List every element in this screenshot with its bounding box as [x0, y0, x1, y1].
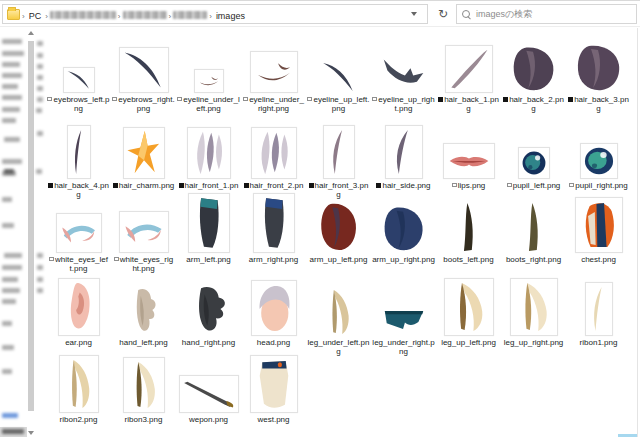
file-item[interactable]: hair_front_3.png [306, 119, 371, 200]
file-thumbnail[interactable] [250, 35, 298, 93]
file-item[interactable]: pupil_right.png [566, 119, 631, 200]
file-thumbnail[interactable] [56, 195, 102, 253]
file-name[interactable]: hair_back_1.png [437, 95, 500, 114]
breadcrumb-item-redacted[interactable] [123, 11, 167, 19]
file-name[interactable]: pupil_right.png [569, 181, 627, 190]
file-item[interactable]: eyeline_under_left.png [176, 35, 241, 114]
sidebar-selected-item[interactable] [0, 427, 27, 437]
sidebar-item-redacted[interactable] [2, 39, 22, 44]
file-thumbnail[interactable] [188, 195, 230, 253]
sidebar-item-redacted[interactable] [2, 73, 22, 78]
file-item[interactable]: arm_left.png [176, 195, 241, 274]
address-bar[interactable]: ›PC››››images [2, 4, 428, 24]
file-name[interactable]: ear.png [65, 338, 92, 347]
file-name[interactable]: boots_left.png [443, 255, 493, 264]
file-item[interactable]: boots_right.png [501, 195, 566, 274]
sidebar-item-redacted[interactable] [2, 84, 18, 89]
file-thumbnail[interactable] [179, 359, 239, 413]
file-name[interactable]: boots_right.png [506, 255, 561, 264]
file-thumbnail[interactable] [250, 359, 298, 413]
file-item[interactable]: pupil_left.png [501, 119, 566, 200]
file-name[interactable]: leg_under_left.png [307, 338, 370, 357]
file-name[interactable]: hand_right.png [182, 338, 235, 347]
file-thumbnail[interactable] [323, 278, 355, 336]
sidebar-item-redacted[interactable] [2, 277, 18, 282]
file-item[interactable]: leg_under_right.png [371, 278, 436, 357]
sidebar-item-redacted[interactable] [2, 197, 12, 202]
file-thumbnail[interactable] [58, 278, 100, 336]
sidebar-item-redacted[interactable] [2, 413, 18, 418]
file-item[interactable]: hair_front_2.png [241, 119, 306, 200]
file-item[interactable]: eyebrows_right.png [111, 35, 176, 114]
file-item[interactable]: hair_side.png [371, 119, 436, 200]
file-item[interactable]: hair_back_1.png [436, 35, 501, 114]
file-thumbnail[interactable] [381, 35, 427, 93]
sidebar-item-redacted[interactable] [2, 265, 22, 270]
sidebar-scrollbar[interactable] [26, 28, 36, 437]
breadcrumb-item-redacted[interactable] [50, 11, 116, 19]
search-input[interactable] [476, 9, 631, 19]
file-name[interactable]: chest.png [581, 255, 616, 264]
file-thumbnail[interactable] [67, 119, 91, 179]
file-thumbnail[interactable] [187, 278, 231, 336]
file-name[interactable]: hair_charm.png [113, 181, 175, 190]
file-item[interactable]: boots_left.png [436, 195, 501, 274]
file-thumbnail[interactable] [443, 119, 495, 179]
file-thumbnail[interactable] [194, 35, 224, 93]
file-thumbnail[interactable] [381, 195, 427, 253]
file-thumbnail[interactable] [510, 278, 558, 336]
file-item[interactable]: arm_right.png [241, 195, 306, 274]
file-item[interactable]: leg_under_left.png [306, 278, 371, 357]
file-thumbnail[interactable] [575, 195, 623, 253]
file-name[interactable]: hair_side.png [376, 181, 430, 190]
search-box[interactable] [456, 4, 637, 24]
file-item[interactable]: hair_front_1.png [176, 119, 241, 200]
file-name[interactable]: ribon1.png [580, 338, 618, 347]
file-thumbnail[interactable] [251, 278, 297, 336]
breadcrumb-item-images[interactable]: images [214, 11, 247, 21]
file-thumbnail[interactable] [585, 278, 613, 336]
sidebar-item-redacted[interactable] [2, 345, 14, 350]
sidebar-item-redacted[interactable] [2, 223, 14, 228]
file-name[interactable]: hair_back_3.png [567, 95, 630, 114]
file-thumbnail[interactable] [321, 35, 357, 93]
file-item[interactable]: chest.png [566, 195, 631, 274]
sidebar-item-redacted[interactable] [2, 369, 12, 374]
file-thumbnail[interactable] [444, 278, 494, 336]
file-item[interactable]: leg_up_right.png [501, 278, 566, 357]
sidebar-item-redacted[interactable] [4, 137, 20, 142]
file-item[interactable]: hair_back_2.png [501, 35, 566, 114]
breadcrumb-item-redacted[interactable] [173, 11, 207, 19]
file-name[interactable]: eyeline_under_left.png [177, 95, 240, 114]
navigation-pane[interactable] [0, 28, 45, 437]
file-thumbnail[interactable] [520, 195, 548, 253]
file-thumbnail[interactable] [574, 35, 624, 93]
file-item[interactable]: eyebrows_left.png [46, 35, 111, 114]
file-thumbnail[interactable] [119, 35, 169, 93]
sidebar-item-redacted[interactable] [4, 253, 22, 258]
file-thumbnail[interactable] [510, 35, 558, 93]
file-name[interactable]: white_eyes_left.png [47, 255, 110, 274]
file-thumbnail[interactable] [253, 195, 295, 253]
file-item[interactable]: hand_right.png [176, 278, 241, 357]
sidebar-item-redacted[interactable] [2, 107, 20, 112]
file-name[interactable]: arm_left.png [186, 255, 230, 264]
file-item[interactable]: ribon3.png [111, 359, 176, 424]
file-thumbnail[interactable] [251, 119, 297, 179]
sidebar-item-redacted[interactable] [2, 62, 20, 67]
sidebar-item-redacted[interactable] [2, 288, 20, 293]
file-name[interactable]: arm_up_left.png [310, 255, 368, 264]
file-thumbnail[interactable] [518, 119, 550, 179]
sidebar-item-redacted[interactable] [2, 95, 22, 100]
file-item[interactable]: white_eyes_left.png [46, 195, 111, 274]
file-item[interactable]: arm_up_right.png [371, 195, 436, 274]
file-name[interactable]: hand_left.png [119, 338, 168, 347]
file-thumbnail[interactable] [187, 119, 231, 179]
sidebar-item-redacted[interactable] [2, 159, 22, 164]
file-name[interactable]: hair_back_2.png [502, 95, 565, 114]
file-thumbnail[interactable] [455, 195, 483, 253]
file-thumbnail[interactable] [59, 359, 99, 413]
file-name[interactable]: eyebrows_right.png [112, 95, 175, 114]
file-item[interactable]: white_eyes_right.png [111, 195, 176, 274]
file-thumbnail[interactable] [380, 278, 428, 336]
